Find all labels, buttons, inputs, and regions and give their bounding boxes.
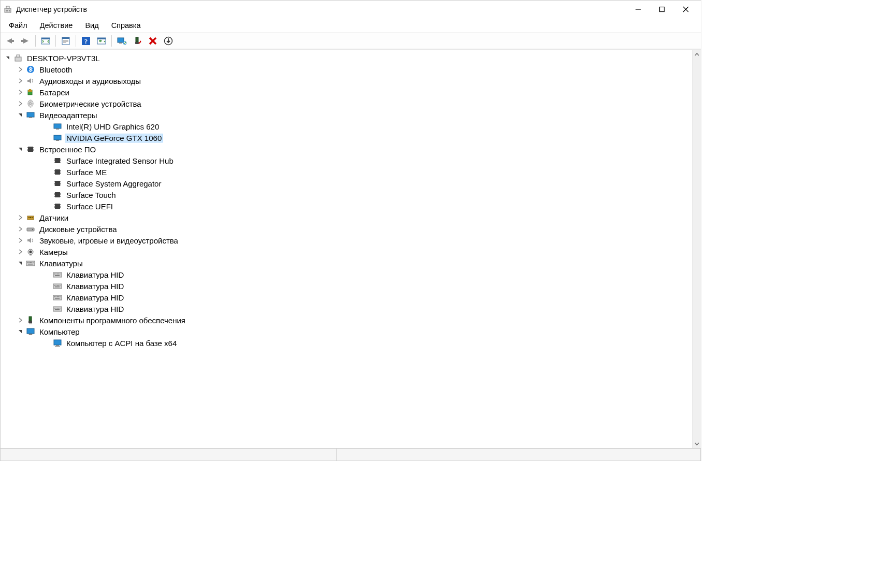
keyboard-icon (52, 304, 63, 313)
toolbar-separator (55, 35, 56, 47)
disable-device-button[interactable] (146, 34, 160, 48)
vertical-scrollbar[interactable] (692, 50, 701, 448)
svg-rect-103 (56, 274, 57, 275)
svg-rect-39 (54, 124, 61, 128)
svg-rect-124 (56, 308, 57, 309)
svg-rect-113 (60, 285, 61, 286)
help-button[interactable]: ? (79, 34, 93, 48)
chevron-right-icon[interactable] (16, 77, 24, 85)
device-label: Клавиатура HID (65, 282, 125, 291)
svg-rect-97 (30, 262, 31, 263)
svg-rect-138 (56, 345, 59, 346)
device-hid-keyboard[interactable]: • Клавиатура HID (2, 292, 691, 303)
svg-rect-29 (17, 55, 20, 57)
menu-view[interactable]: Вид (80, 20, 104, 31)
svg-rect-118 (57, 296, 58, 297)
device-hid-keyboard[interactable]: • Клавиатура HID (2, 280, 691, 292)
device-label: Surface ME (65, 168, 108, 177)
svg-rect-14 (62, 37, 69, 39)
device-surface-touch[interactable]: • Surface Touch (2, 189, 691, 200)
svg-rect-94 (26, 261, 35, 266)
scroll-up-button[interactable] (693, 50, 701, 59)
scan-hardware-button[interactable] (94, 34, 109, 48)
svg-rect-116 (54, 296, 55, 297)
device-surface-uefi[interactable]: • Surface UEFI (2, 200, 691, 212)
device-label: Intel(R) UHD Graphics 620 (65, 122, 161, 131)
chevron-right-icon[interactable] (16, 99, 24, 108)
svg-point-35 (29, 101, 32, 106)
category-computer[interactable]: Компьютер (2, 326, 691, 337)
display-icon (25, 110, 36, 120)
device-tree[interactable]: DESKTOP-VP3VT3L Bluetooth Аудиовходы и а… (1, 50, 692, 448)
category-firmware[interactable]: Встроенное ПО (2, 144, 691, 155)
menu-action[interactable]: Действие (35, 20, 78, 31)
scroll-down-button[interactable] (693, 439, 701, 448)
chevron-right-icon[interactable] (16, 248, 24, 256)
svg-rect-38 (29, 117, 32, 118)
category-cameras[interactable]: Камеры (2, 246, 691, 257)
svg-rect-122 (53, 307, 62, 311)
maximize-button[interactable] (650, 2, 674, 17)
chevron-right-icon[interactable] (16, 88, 24, 96)
show-hide-tree-button[interactable] (38, 34, 53, 48)
forward-button[interactable] (18, 34, 33, 48)
svg-rect-117 (56, 296, 57, 297)
svg-rect-95 (27, 262, 28, 263)
add-legacy-hardware-button[interactable] (161, 34, 176, 48)
device-nvidia-gtx-1060[interactable]: • NVIDIA GeForce GTX 1060 (2, 132, 691, 144)
computer-icon (13, 53, 23, 63)
category-disk-drives[interactable]: Дисковые устройства (2, 223, 691, 235)
device-acpi-computer[interactable]: • Компьютер с ACPI на базе x64 (2, 337, 691, 349)
chevron-down-icon[interactable] (16, 111, 24, 119)
category-sound-game-video[interactable]: Звуковые, игровые и видеоустройства (2, 235, 691, 246)
close-button[interactable] (674, 2, 698, 17)
device-surface-sensor-hub[interactable]: • Surface Integrated Sensor Hub (2, 155, 691, 166)
category-audio-io[interactable]: Аудиовходы и аудиовыходы (2, 75, 691, 87)
device-surface-aggregator[interactable]: • Surface System Aggregator (2, 178, 691, 189)
update-driver-button[interactable] (114, 34, 129, 48)
chevron-right-icon[interactable] (16, 236, 24, 245)
statusbar (1, 448, 701, 461)
device-hid-keyboard[interactable]: • Клавиатура HID (2, 303, 691, 314)
menu-help[interactable]: Справка (106, 20, 146, 31)
category-biometric[interactable]: Биометрические устройства (2, 98, 691, 109)
svg-rect-21 (97, 38, 106, 39)
device-surface-me[interactable]: • Surface ME (2, 166, 691, 178)
uninstall-device-button[interactable] (130, 34, 145, 48)
device-intel-uhd[interactable]: • Intel(R) UHD Graphics 620 (2, 121, 691, 132)
category-keyboards[interactable]: Клавиатуры (2, 257, 691, 269)
chevron-down-icon[interactable] (16, 259, 24, 267)
keyboard-icon (25, 259, 36, 268)
chevron-right-icon[interactable] (16, 316, 24, 324)
svg-rect-71 (55, 192, 60, 197)
category-display-adapters[interactable]: Видеоадаптеры (2, 109, 691, 121)
svg-rect-128 (55, 309, 60, 310)
menu-file[interactable]: Файл (4, 20, 33, 31)
device-label: Клавиатура HID (65, 305, 125, 313)
category-batteries[interactable]: Батареи (2, 87, 691, 98)
device-label: Surface Touch (65, 191, 118, 199)
disk-icon (25, 224, 36, 234)
chevron-down-icon[interactable] (4, 54, 12, 62)
chevron-right-icon[interactable] (16, 213, 24, 222)
chevron-down-icon[interactable] (16, 327, 24, 336)
chevron-down-icon[interactable] (16, 145, 24, 153)
toolbar: ? (1, 33, 701, 49)
back-button[interactable] (3, 34, 17, 48)
svg-rect-33 (28, 90, 32, 92)
properties-button[interactable] (59, 34, 73, 48)
svg-rect-6 (660, 7, 665, 12)
svg-rect-100 (28, 264, 33, 265)
device-label: Surface Integrated Sensor Hub (65, 156, 175, 165)
chevron-right-icon[interactable] (16, 65, 24, 74)
category-sensors[interactable]: Датчики (2, 212, 691, 223)
chevron-right-icon[interactable] (16, 225, 24, 233)
device-hid-keyboard[interactable]: • Клавиатура HID (2, 269, 691, 280)
tree-root[interactable]: DESKTOP-VP3VT3L (2, 52, 691, 64)
svg-rect-130 (28, 321, 32, 323)
category-software-components[interactable]: Компоненты программного обеспечения (2, 314, 691, 326)
category-bluetooth[interactable]: Bluetooth (2, 64, 691, 75)
category-label: Компоненты программного обеспечения (38, 316, 187, 325)
minimize-button[interactable] (626, 2, 650, 17)
svg-rect-115 (53, 295, 62, 300)
